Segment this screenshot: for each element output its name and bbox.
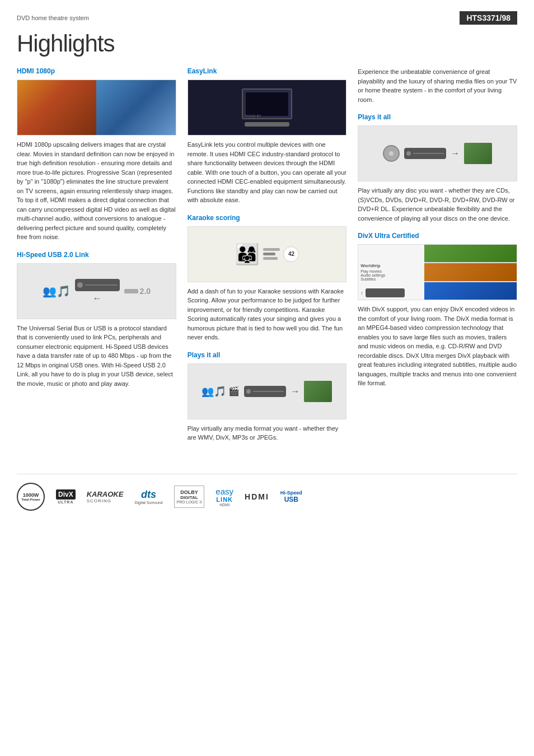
hdmi-sub-text: HDMI bbox=[219, 503, 229, 507]
player-slot-2 bbox=[253, 391, 284, 392]
karaoke-logo-text: KARAOKE bbox=[87, 490, 124, 498]
hispeed-text: Hi-Speed bbox=[280, 490, 302, 496]
logo-divx-item: DivX ULTRA bbox=[56, 486, 76, 508]
easylink-text: EasyLink lets you control multiple devic… bbox=[188, 140, 347, 205]
divx-player-row: ↑ bbox=[360, 288, 405, 297]
karaoke-people-icon: 👨‍👩‍👧 bbox=[235, 242, 260, 266]
player-body-1 bbox=[404, 148, 446, 159]
film-icon: 🎬 bbox=[228, 386, 240, 396]
main-content: HDMI 1080p HDMI 1080p upscaling delivers… bbox=[17, 67, 517, 451]
disc-slot bbox=[77, 282, 83, 288]
tv-display: STAND BY bbox=[242, 88, 292, 119]
tv-landscape-2 bbox=[304, 381, 332, 402]
usb-text: The Universal Serial Bus or USB is a pro… bbox=[17, 324, 176, 389]
logo-1000w: 1000W Total Power bbox=[17, 486, 45, 508]
score-bar-1 bbox=[263, 248, 280, 251]
intro-text-block: Experience the unbeatable convenience of… bbox=[358, 67, 517, 104]
logo-easylink-item: easy LINK HDMI bbox=[216, 486, 233, 508]
product-category: DVD home theatre system bbox=[17, 15, 89, 21]
karaoke-image: 👨‍👩‍👧 42 bbox=[188, 226, 347, 282]
logo-usb-item: Hi-Speed USB bbox=[280, 486, 302, 508]
usb-title: Hi-Speed USB 2.0 Link bbox=[17, 251, 176, 259]
score-bars bbox=[263, 248, 280, 260]
divx-img-bottom bbox=[424, 282, 517, 300]
intro-text: Experience the unbeatable convenience of… bbox=[358, 67, 517, 104]
standby-label: STAND BY bbox=[245, 114, 261, 118]
people-music-icon: 👥🎵 bbox=[202, 385, 226, 398]
usb-player-section: ← bbox=[75, 279, 120, 304]
easy-text: easy bbox=[216, 487, 233, 496]
divx-image-panel bbox=[424, 245, 517, 300]
feature-plays-all-2: Plays it all 👥🎵 🎬 → Play virtually any m… bbox=[188, 351, 347, 442]
karaoke-title: Karaoke scoring bbox=[188, 214, 347, 222]
music-people-icon: 👥🎵 bbox=[43, 284, 71, 298]
dvd-player-img bbox=[75, 279, 120, 291]
dolby-digital-text: DOLBY bbox=[180, 489, 198, 495]
hdmi-img-left bbox=[17, 80, 96, 135]
column-right: Experience the unbeatable convenience of… bbox=[358, 67, 517, 451]
column-middle: EasyLink STAND BY EasyLink lets you cont… bbox=[188, 67, 347, 451]
dvd-player-divx bbox=[366, 288, 405, 297]
score-bar-2 bbox=[263, 253, 275, 255]
feature-karaoke: Karaoke scoring 👨‍👩‍👧 42 Add a dash of f… bbox=[188, 214, 347, 342]
plays-all-2-text: Play virtually any media format you want… bbox=[188, 424, 347, 442]
hdmi-logo-text: HDMI bbox=[245, 492, 269, 501]
logo-dolby-item: DOLBY DIGITAL PRO LOGIC II bbox=[174, 486, 205, 508]
column-left: HDMI 1080p HDMI 1080p upscaling delivers… bbox=[17, 67, 176, 451]
plays-all-2-image: 👥🎵 🎬 → bbox=[188, 363, 347, 419]
dts-logo-text: dts bbox=[141, 489, 156, 501]
usb-icons: 👥🎵 bbox=[43, 284, 71, 298]
play-movies-label: Play movies bbox=[360, 269, 422, 273]
worldtrip-label: Worldtrip bbox=[360, 263, 422, 268]
plays-all-1-title: Plays it all bbox=[358, 113, 517, 121]
usb-image: 👥🎵 ← 2.0 bbox=[17, 263, 176, 319]
page-title: Highlights bbox=[17, 30, 517, 57]
divx-img-mid bbox=[424, 263, 517, 281]
dolby-type-text: DIGITAL bbox=[180, 495, 198, 500]
arrow-right-2-icon: → bbox=[291, 386, 299, 396]
feature-usb: Hi-Speed USB 2.0 Link 👥🎵 ← 2. bbox=[17, 251, 176, 389]
tv-screen bbox=[246, 92, 288, 116]
easylink-title: EasyLink bbox=[188, 67, 347, 75]
1000w-text: 1000W bbox=[23, 492, 39, 498]
usb-stick bbox=[124, 289, 138, 293]
link-text: LINK bbox=[216, 496, 233, 503]
plays-all-1-text: Play virtually any disc you want - wheth… bbox=[358, 186, 517, 223]
disc-icon-1 bbox=[383, 145, 400, 162]
arrow-left-icon: ← bbox=[93, 293, 102, 304]
hdmi-img-right bbox=[96, 80, 175, 135]
footer-logos: 1000W Total Power DivX ULTRA KARAOKE SCO… bbox=[17, 474, 517, 508]
player-body-2 bbox=[244, 386, 286, 397]
model-badge: HTS3371/98 bbox=[460, 11, 517, 25]
usb-stick-area: 2.0 bbox=[124, 287, 151, 296]
hdmi-image bbox=[17, 80, 176, 136]
score-display: 42 bbox=[283, 246, 299, 262]
plays-all-1-image: → bbox=[358, 125, 517, 181]
divx-image: Worldtrip Play movies Audio settings Sub… bbox=[358, 244, 517, 300]
slot-line bbox=[85, 284, 118, 286]
arrow-right-1-icon: → bbox=[451, 148, 460, 158]
remote-control bbox=[245, 122, 289, 127]
feature-hdmi: HDMI 1080p HDMI 1080p upscaling delivers… bbox=[17, 67, 176, 242]
score-bar-3 bbox=[263, 257, 278, 260]
subtitles-label: Subtitles bbox=[360, 277, 422, 281]
easylink-image: STAND BY bbox=[188, 80, 347, 136]
divx-text: With DivX support, you can enjoy DivX en… bbox=[358, 305, 517, 388]
divx-title: DivX Ultra Certified bbox=[358, 232, 517, 240]
tv-landscape-1 bbox=[464, 143, 492, 164]
player-slot-1 bbox=[413, 153, 444, 154]
ultra-text: ULTRA bbox=[58, 500, 73, 504]
logo-karaoke-item: KARAOKE SCORING bbox=[87, 486, 124, 508]
dts-sub-text: Digital Surround bbox=[134, 501, 162, 505]
logo-hdmi-item: HDMI bbox=[245, 486, 269, 508]
total-power-text: Total Power bbox=[21, 498, 40, 501]
logo-dts-item: dts Digital Surround bbox=[134, 486, 162, 508]
usb-logo-text: USB bbox=[284, 496, 298, 503]
audio-settings-label: Audio settings bbox=[360, 273, 422, 277]
divx-logo-text: DivX bbox=[56, 489, 76, 500]
up-arrow-icon: ↑ bbox=[360, 290, 363, 296]
divx-img-top bbox=[424, 245, 517, 262]
karaoke-text: Add a dash of fun to your Karaoke sessio… bbox=[188, 287, 347, 342]
feature-easylink: EasyLink STAND BY EasyLink lets you cont… bbox=[188, 67, 347, 205]
top-bar: DVD home theatre system HTS3371/98 bbox=[17, 11, 517, 25]
